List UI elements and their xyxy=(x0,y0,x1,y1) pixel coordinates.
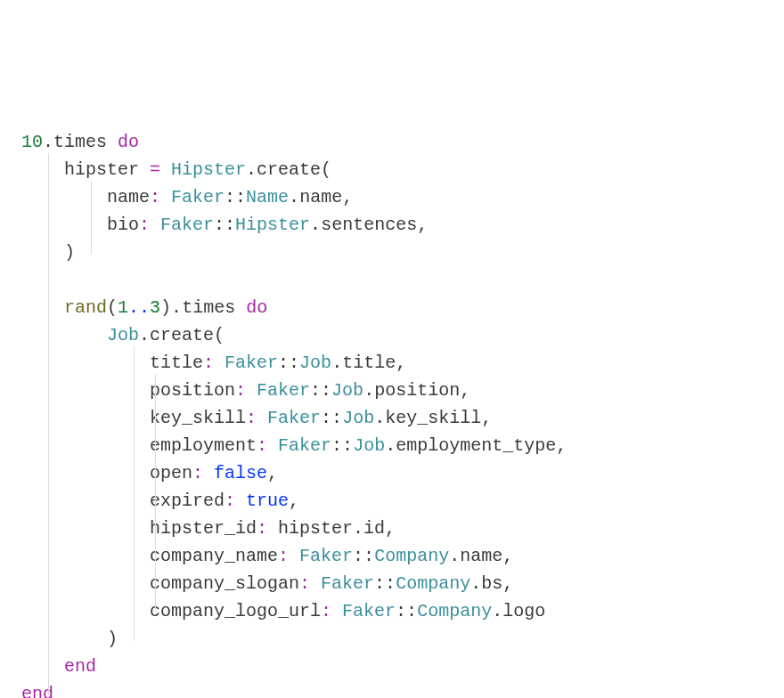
token xyxy=(21,629,107,649)
token: hipster xyxy=(267,518,353,539)
token: company_logo_url xyxy=(150,601,321,621)
token: create xyxy=(257,159,321,180)
code-block: 10.times do hipster = Hipster.create( na… xyxy=(21,128,766,698)
token: open xyxy=(150,463,192,483)
token: Faker xyxy=(321,573,374,594)
token: . xyxy=(246,159,257,180)
token: : xyxy=(192,463,203,483)
token: :: xyxy=(374,573,396,594)
token: Faker xyxy=(171,187,225,207)
token xyxy=(267,435,278,456)
code-line xyxy=(21,266,766,294)
token xyxy=(310,573,321,594)
token: : xyxy=(257,435,267,456)
token: : xyxy=(235,380,246,401)
token: Job xyxy=(342,408,374,428)
token: times xyxy=(53,132,107,152)
token: name xyxy=(299,187,342,207)
token: Faker xyxy=(299,546,353,566)
token: title xyxy=(342,353,396,373)
token: : xyxy=(225,491,235,511)
token xyxy=(21,435,150,456)
token xyxy=(235,491,246,511)
token: Company xyxy=(374,546,449,566)
token: . xyxy=(492,601,502,621)
token: name xyxy=(107,187,150,207)
token: :: xyxy=(278,353,299,373)
code-line: name: Faker::Name.name, xyxy=(21,183,766,211)
token xyxy=(289,546,299,566)
token: : xyxy=(278,546,289,566)
token: Faker xyxy=(267,408,321,428)
token: . xyxy=(43,132,53,152)
token: ) xyxy=(64,242,75,263)
token: : xyxy=(150,187,160,207)
token: Job xyxy=(299,353,331,373)
code-line: ) xyxy=(21,239,766,266)
token: expired xyxy=(150,491,225,511)
token: , xyxy=(396,353,406,373)
token: employment_type, xyxy=(396,435,567,456)
token: Name xyxy=(246,187,289,207)
token: , xyxy=(289,491,299,511)
token: true xyxy=(246,491,289,511)
token: Faker xyxy=(342,601,396,621)
token: :: xyxy=(310,380,331,401)
token xyxy=(235,297,246,318)
token: . xyxy=(139,325,150,345)
token: key_skill xyxy=(150,408,246,428)
token: employment xyxy=(150,435,257,456)
indent-guide xyxy=(48,153,49,695)
token xyxy=(107,132,118,152)
token xyxy=(21,601,150,621)
token: :: xyxy=(225,187,246,207)
token: ) xyxy=(160,297,171,318)
token: Hipster xyxy=(235,215,310,235)
token: . xyxy=(449,546,460,566)
token: : xyxy=(246,408,257,428)
token xyxy=(160,187,171,207)
token: key_skill, xyxy=(385,408,492,428)
token: Job xyxy=(353,435,385,456)
token: company_slogan xyxy=(150,573,299,594)
token: . xyxy=(363,380,374,401)
code-line: 10.times do xyxy=(21,128,766,156)
token: rand xyxy=(64,297,107,318)
token: . xyxy=(310,215,321,235)
token xyxy=(203,463,214,483)
code-line: rand(1..3).times do xyxy=(21,294,766,321)
token: id, xyxy=(363,518,396,539)
token: :: xyxy=(396,601,417,621)
token: ( xyxy=(214,325,225,345)
token xyxy=(331,601,342,621)
token: 10 xyxy=(21,132,43,152)
token: bs, xyxy=(481,573,513,594)
token: hipster_id xyxy=(150,518,257,539)
token: Faker xyxy=(225,353,278,373)
token: logo xyxy=(502,601,545,621)
token: . xyxy=(470,573,481,594)
token xyxy=(21,546,150,566)
token xyxy=(150,215,160,235)
token: Faker xyxy=(160,215,214,235)
token: Faker xyxy=(278,435,331,456)
token: title xyxy=(150,353,203,373)
token xyxy=(246,380,257,401)
token: , xyxy=(267,463,278,483)
token: times xyxy=(182,297,235,318)
token: Company xyxy=(417,601,492,621)
token xyxy=(21,518,150,539)
token: :: xyxy=(353,546,374,566)
token: : xyxy=(299,573,310,594)
token xyxy=(21,573,150,594)
token: do xyxy=(118,132,139,152)
token xyxy=(21,297,64,318)
indent-guide xyxy=(91,181,92,254)
token: : xyxy=(257,518,267,539)
token: :: xyxy=(321,408,342,428)
token: name, xyxy=(460,546,513,566)
token: , xyxy=(417,215,428,235)
token: bio xyxy=(107,215,139,235)
token: . xyxy=(171,297,182,318)
token: 1 xyxy=(118,297,128,318)
